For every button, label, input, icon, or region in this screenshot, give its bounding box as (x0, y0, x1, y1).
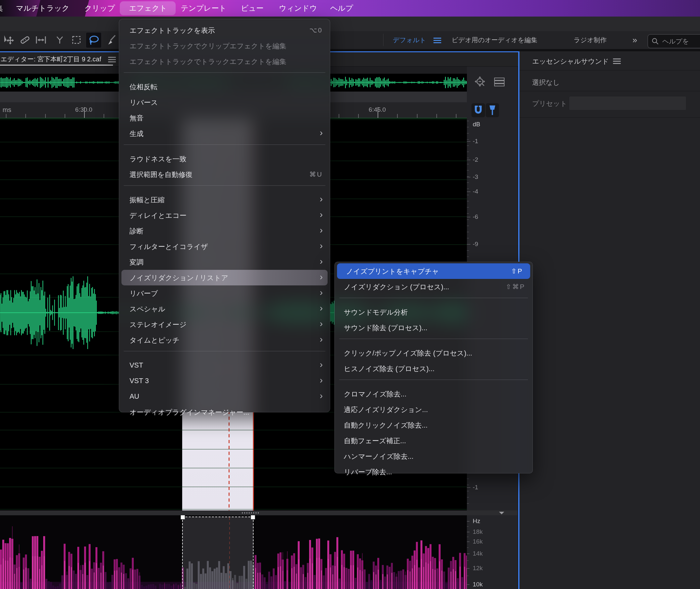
noise-submenu-item-10[interactable]: 適応ノイズリダクション... (335, 402, 532, 417)
menu-item-shortcut: ⇧P (511, 267, 523, 275)
menu-item-label: サウンド除去 (プロセス)... (344, 323, 427, 333)
track-list-icon[interactable] (494, 77, 505, 87)
scale-tick (467, 176, 469, 177)
menu-item-label: スペシャル (130, 304, 165, 314)
menubar-item-1[interactable]: マルチトラック (16, 0, 69, 17)
menubar-item-0[interactable]: 集 (0, 0, 3, 17)
noise-submenu-item-11[interactable]: 自動クリックノイズ除去... (335, 417, 532, 433)
effects-menu-item-5[interactable]: リバース (119, 94, 330, 110)
menu-item-label: 無音 (130, 113, 144, 123)
splitter-collapse-icon[interactable] (499, 512, 504, 514)
submenu-arrow-icon: › (320, 391, 323, 400)
spectral-selection-box[interactable] (182, 517, 254, 589)
selection-handle[interactable] (251, 515, 255, 520)
ruler-tick (358, 114, 359, 118)
help-search-input[interactable]: ヘルプを (647, 34, 700, 48)
menubar-item-3[interactable]: エフェクト (129, 0, 167, 17)
effects-menu-item-18[interactable]: リバーブ› (119, 285, 330, 301)
submenu-arrow-icon: › (320, 360, 323, 369)
editor-tab[interactable]: エディター: 宮下本町2丁目 9 2.caf (1, 52, 101, 66)
workspace-overflow-chevron-icon[interactable]: » (633, 31, 637, 49)
ruler-tick (6, 114, 6, 118)
menubar-item-2[interactable]: クリップ (84, 0, 115, 17)
noise-submenu-item-0[interactable]: ノイズプリントをキャプチャ⇧P (337, 263, 530, 279)
menubar-item-4[interactable]: テンプレート (181, 0, 227, 17)
snap-toggle-button[interactable] (471, 103, 485, 117)
spectral-frequency-display[interactable] (0, 515, 467, 589)
effects-menu-item-1: エフェクトトラックでクリップエフェクトを編集 (119, 38, 330, 53)
spot-healing-brush-tool-button[interactable] (103, 32, 119, 47)
effects-menu-item-14[interactable]: 診断› (119, 223, 330, 239)
submenu-arrow-icon: › (320, 257, 323, 266)
move-tool-button[interactable] (1, 32, 16, 47)
effects-menu-item-13[interactable]: ディレイとエコー› (119, 207, 330, 223)
effects-menu-item-10[interactable]: 選択範囲を自動修復⌘U (119, 167, 330, 182)
scale-tick (467, 170, 469, 171)
scale-tick (467, 497, 469, 498)
noise-submenu-item-13[interactable]: ハンマーノイズ除去... (335, 448, 532, 464)
effects-menu-item-12[interactable]: 振幅と圧縮› (119, 192, 330, 207)
submenu-arrow-icon: › (320, 319, 323, 328)
ruler-tick (456, 114, 457, 118)
scale-tick (467, 121, 469, 121)
effects-menu-item-21[interactable]: タイムとピッチ› (119, 332, 330, 348)
menu-item-label: 変調 (130, 257, 144, 267)
menu-item-label: ノイズプリントをキャプチャ (346, 266, 439, 276)
menu-item-label: タイムとピッチ (130, 336, 180, 345)
panel-separator (519, 70, 700, 70)
essential-sound-menu-icon[interactable] (613, 58, 621, 64)
effects-menu-item-6[interactable]: 無音 (119, 110, 330, 126)
effects-menu-item-20[interactable]: ステレオイメージ› (119, 317, 330, 332)
effects-menu-item-26[interactable]: オーディオプラグインマネージャー... (119, 404, 330, 420)
marker-button[interactable] (486, 103, 499, 117)
workspace-tab-radio-production[interactable]: ラジオ制作 (574, 31, 607, 49)
view-splitter[interactable] (0, 511, 517, 515)
effects-menu-item-9[interactable]: ラウドネスを一致 (119, 151, 330, 167)
noise-submenu-item-14[interactable]: リバーブ除去... (335, 464, 532, 479)
effects-menu-item-25[interactable]: AU› (119, 389, 330, 404)
slip-tool-button[interactable] (33, 32, 48, 47)
effects-menu-item-19[interactable]: スペシャル› (119, 301, 330, 317)
scale-tick (467, 127, 469, 127)
playhead-cti-spectral (229, 517, 230, 589)
ruler-tick (103, 114, 104, 118)
effects-menu-item-17[interactable]: ノイズリダクション / リストア› (122, 270, 327, 285)
menubar-item-6[interactable]: ウィンドウ (279, 0, 317, 17)
lasso-selection-tool-button[interactable] (86, 32, 101, 48)
noise-submenu-item-9[interactable]: クロマノイズ除去... (335, 386, 532, 402)
noise-submenu-item-4[interactable]: サウンド除去 (プロセス)... (335, 320, 532, 336)
effects-menu-item-23[interactable]: VST› (119, 358, 330, 373)
menubar-item-5[interactable]: ビュー (241, 0, 264, 17)
noise-submenu-item-12[interactable]: 自動フェーズ補正... (335, 433, 532, 448)
scale-tick (467, 189, 469, 189)
scale-tick (467, 503, 469, 504)
effects-menu-item-7[interactable]: 生成› (119, 126, 330, 141)
splitter-grip[interactable] (242, 512, 260, 514)
effects-menu-item-24[interactable]: VST 3› (119, 373, 330, 389)
zoom-navigate-icon[interactable] (473, 76, 488, 88)
workspace-tab-edit-audio-for-video[interactable]: ビデオ用のオーディオを編集 (452, 31, 537, 49)
scale-tick (467, 542, 469, 542)
effects-menu-item-16[interactable]: 変調› (119, 254, 330, 270)
noise-submenu-item-1[interactable]: ノイズリダクション (プロセス)...⇧⌘P (335, 279, 532, 294)
scale-tick (467, 226, 469, 226)
menubar-item-7[interactable]: ヘルプ (330, 0, 353, 17)
ruler-tick (436, 114, 437, 118)
noise-submenu-item-7[interactable]: ヒスノイズ除去 (プロセス)... (335, 361, 532, 376)
effects-menu-item-0[interactable]: エフェクトトラックを表示⌥0 (119, 22, 330, 38)
db-scale-label: -6 (473, 213, 478, 220)
noise-submenu-item-6[interactable]: クリック/ポップノイズ除去 (プロセス)... (335, 345, 532, 361)
marker-tool-button[interactable] (52, 32, 67, 47)
razor-tool-icon (19, 34, 30, 45)
workspace-menu-icon[interactable] (433, 38, 441, 43)
preset-dropdown[interactable] (569, 96, 686, 111)
razor-tool-button[interactable] (17, 32, 32, 47)
panel-menu-icon[interactable] (108, 57, 116, 62)
marquee-selection-tool-button[interactable] (69, 32, 84, 47)
selection-handle[interactable] (181, 515, 185, 520)
effects-menu-item-4[interactable]: 位相反転 (119, 79, 330, 94)
workspace-tab-default[interactable]: デフォルト (393, 31, 426, 49)
submenu-arrow-icon: › (320, 272, 323, 281)
effects-menu-item-15[interactable]: フィルターとイコライザ› (119, 239, 330, 254)
noise-submenu-item-3[interactable]: サウンドモデル分析 (335, 304, 532, 320)
